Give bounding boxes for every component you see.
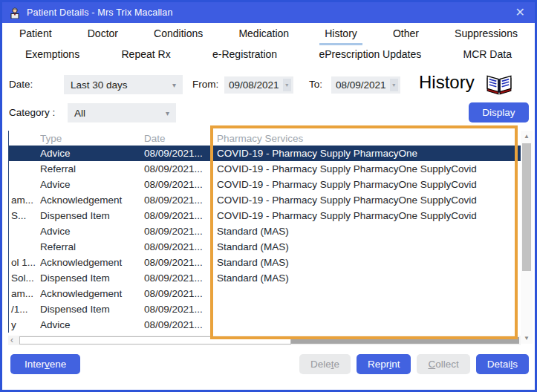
- tab-conditions[interactable]: Conditions: [149, 25, 208, 45]
- tab-medication[interactable]: Medication: [233, 25, 294, 45]
- scroll-left-icon[interactable]: ‹: [10, 336, 13, 344]
- column-header-date[interactable]: Date: [144, 133, 217, 144]
- horizontal-scrollbar-thumb[interactable]: [19, 336, 291, 344]
- cell-type: Referral: [40, 241, 144, 252]
- chevron-down-icon: ▾: [166, 109, 169, 117]
- chevron-down-icon[interactable]: ▾: [283, 79, 291, 91]
- cell-item: Sol...: [9, 272, 40, 284]
- chevron-down-icon[interactable]: ▾: [390, 79, 398, 91]
- cell-service: COVID-19 - Pharmacy Supply PharmacyOne: [217, 148, 521, 159]
- category-dropdown[interactable]: All ▾: [68, 103, 176, 122]
- footer-right-group: DeleteReprintCollectDetails: [299, 354, 529, 374]
- tab-other[interactable]: Other: [388, 25, 424, 45]
- cell-type: Referral: [40, 163, 144, 174]
- cell-service: COVID-19 - Pharmacy Supply PharmacyOne S…: [217, 179, 521, 190]
- details-button[interactable]: Details: [476, 354, 529, 374]
- list-item[interactable]: yAdvice08/09/2021...: [9, 317, 521, 333]
- list-item[interactable]: Advice08/09/2021...Standard (MAS): [9, 223, 521, 239]
- button-label-part: s: [512, 359, 518, 370]
- button-label-part: nt: [391, 359, 400, 370]
- cell-service: COVID-19 - Pharmacy Supply PharmacyOne S…: [217, 163, 521, 174]
- tab-history[interactable]: History: [319, 25, 362, 45]
- cell-service: COVID-19 - Pharmacy Supply PharmacyOne S…: [217, 195, 521, 206]
- open-book-icon: [486, 74, 512, 98]
- cell-item: S...: [9, 210, 40, 221]
- tab-mcr-data[interactable]: MCR Data: [458, 46, 517, 66]
- tab-label: Patient: [14, 25, 57, 45]
- tab-doctor[interactable]: Doctor: [82, 25, 123, 45]
- list-item[interactable]: ol 1...Acknowledgement08/09/2021...Stand…: [9, 255, 521, 270]
- display-button[interactable]: Display: [469, 102, 529, 122]
- list-item[interactable]: Advice08/09/2021...COVID-19 - Pharmacy S…: [9, 146, 521, 161]
- cell-date: 08/09/2021...: [144, 304, 217, 315]
- tab-patient[interactable]: Patient: [14, 25, 57, 45]
- button-label-part: ene: [50, 359, 67, 370]
- to-date-field[interactable]: 08/09/2021 ▾: [331, 76, 400, 94]
- tab-label: e-Registration: [207, 46, 282, 66]
- button-label-part: C: [428, 359, 435, 370]
- collect-button[interactable]: Collect: [417, 354, 469, 374]
- cell-type: Dispensed Item: [40, 210, 144, 221]
- list-item[interactable]: am...Acknowledgement08/09/2021...: [9, 286, 521, 301]
- section-title: History: [419, 72, 475, 93]
- cell-date: 08/09/2021...: [144, 163, 217, 174]
- horizontal-scrollbar[interactable]: ‹: [8, 336, 521, 345]
- person-icon: [9, 7, 21, 19]
- footer-left-group: Intervene: [10, 354, 80, 374]
- cell-type: Dispensed Item: [40, 272, 144, 284]
- scroll-down-icon[interactable]: ▼: [521, 335, 533, 342]
- footer-button-bar: Intervene DeleteReprintCollectDetails: [10, 354, 529, 374]
- tab-suppressions[interactable]: Suppressions: [449, 25, 523, 45]
- cell-date: 08/09/2021...: [144, 210, 217, 221]
- list-item[interactable]: Advice08/09/2021...COVID-19 - Pharmacy S…: [9, 177, 521, 192]
- list-item[interactable]: S...Dispensed Item08/09/2021...COVID-19 …: [9, 208, 521, 223]
- tab-eprescription-updates[interactable]: ePrescription Updates: [314, 46, 427, 66]
- cell-type: Acknowledgement: [40, 195, 144, 206]
- cell-service: Standard (MAS): [217, 241, 521, 252]
- column-header-type[interactable]: Type: [40, 133, 144, 144]
- list-item[interactable]: Sol...Dispensed Item08/09/2021...Standar…: [9, 270, 521, 286]
- list-item[interactable]: /1...Dispensed Item08/09/2021...: [9, 301, 521, 317]
- cell-service: Standard (MAS): [217, 226, 521, 237]
- tab-label: History: [319, 25, 362, 45]
- cell-type: Advice: [40, 319, 144, 330]
- list-rows: Advice08/09/2021...COVID-19 - Pharmacy S…: [9, 146, 521, 333]
- list-item[interactable]: Referral08/09/2021...COVID-19 - Pharmacy…: [9, 161, 521, 177]
- horizontal-scrollbar-track[interactable]: [291, 337, 519, 344]
- cell-type: Advice: [40, 148, 144, 159]
- tab-label: Medication: [233, 25, 294, 45]
- to-date-value: 08/09/2021: [336, 79, 386, 91]
- cell-date: 08/09/2021...: [144, 226, 217, 237]
- button-label-part: Detai: [487, 359, 511, 370]
- tab-label: Other: [388, 25, 424, 45]
- vertical-scrollbar[interactable]: ▲ ▼: [521, 131, 533, 344]
- from-date-field[interactable]: 09/08/2021 ▾: [224, 76, 293, 94]
- vertical-scrollbar-thumb[interactable]: [522, 143, 531, 271]
- column-header-pharmacy-services[interactable]: Pharmacy Services: [217, 133, 521, 144]
- tab-label: MCR Data: [458, 46, 517, 66]
- tab-label: Repeat Rx: [117, 46, 176, 66]
- cell-date: 08/09/2021...: [144, 272, 217, 284]
- cell-type: Advice: [40, 179, 144, 190]
- cell-date: 08/09/2021...: [144, 288, 217, 299]
- list-item[interactable]: Referral08/09/2021...Standard (MAS): [9, 239, 521, 255]
- cell-type: Advice: [40, 226, 144, 237]
- button-label-part: Inter: [25, 359, 45, 370]
- tab-exemptions[interactable]: Exemptions: [20, 46, 85, 66]
- scroll-up-icon[interactable]: ▲: [521, 133, 533, 140]
- close-icon[interactable]: ✕: [512, 7, 528, 19]
- delete-button[interactable]: Delete: [299, 354, 351, 374]
- cell-date: 08/09/2021...: [144, 179, 217, 190]
- to-label: To:: [309, 74, 322, 95]
- list-item[interactable]: am...Acknowledgement08/09/2021...COVID-1…: [9, 192, 521, 208]
- date-range-dropdown[interactable]: Last 30 days ▾: [64, 75, 183, 94]
- tab-repeat-rx[interactable]: Repeat Rx: [117, 46, 176, 66]
- intervene-button[interactable]: Intervene: [10, 354, 80, 374]
- reprint-button[interactable]: Reprint: [357, 354, 411, 374]
- window-title: Patient Details - Mrs Trix Macallan: [27, 7, 173, 18]
- cell-service: Standard (MAS): [217, 272, 521, 284]
- button-label-part: v: [45, 359, 50, 370]
- tab-e-registration[interactable]: e-Registration: [207, 46, 282, 66]
- title-bar: Patient Details - Mrs Trix Macallan ✕: [2, 2, 535, 23]
- tab-strip-row-1: PatientDoctorConditionsMedicationHistory…: [2, 24, 535, 45]
